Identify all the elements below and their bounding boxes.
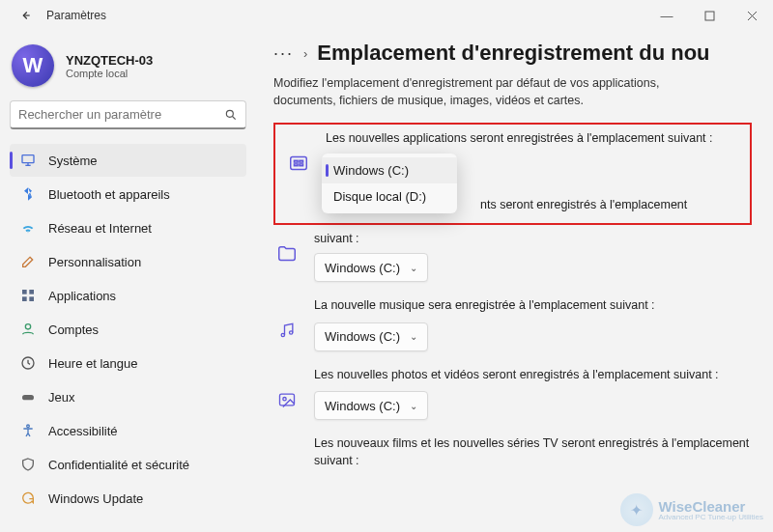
setting-label: Les nouvelles applications seront enregi… bbox=[326, 130, 740, 148]
dropdown-option-windows-c[interactable]: Windows (C:) bbox=[322, 157, 457, 183]
nav-label: Windows Update bbox=[48, 491, 143, 506]
apps-location-dropdown-menu: Windows (C:) Disque local (D:) bbox=[322, 154, 457, 213]
svg-rect-9 bbox=[22, 290, 27, 294]
titlebar: Paramètres — bbox=[0, 0, 773, 31]
wifi-icon bbox=[19, 219, 37, 237]
setting-new-music: La nouvelle musique sera enregistrée à l… bbox=[273, 297, 752, 351]
documents-location-icon bbox=[273, 240, 301, 267]
setting-label: suivant : bbox=[314, 231, 752, 248]
nav-label: Accessibilité bbox=[48, 424, 118, 438]
main-content: ··· › Emplacement d'enregistrement du no… bbox=[256, 31, 773, 532]
svg-rect-21 bbox=[300, 164, 303, 166]
nav-reseau[interactable]: Réseau et Internet bbox=[10, 211, 246, 244]
nav-bluetooth[interactable]: Bluetooth et appareils bbox=[10, 178, 246, 210]
svg-rect-19 bbox=[300, 160, 303, 162]
svg-rect-20 bbox=[294, 164, 298, 166]
setting-new-photos: Les nouvelles photos et vidéos seront en… bbox=[273, 367, 752, 421]
nav-personnalisation[interactable]: Personnalisation bbox=[10, 245, 246, 278]
minimize-button[interactable]: — bbox=[645, 0, 688, 31]
svg-point-16 bbox=[27, 425, 30, 428]
brush-icon bbox=[19, 253, 37, 270]
setting-label: Les nouvelles photos et vidéos seront en… bbox=[314, 367, 752, 384]
page-description: Modifiez l'emplacement d'enregistrement … bbox=[273, 75, 713, 109]
nav-update[interactable]: Windows Update bbox=[10, 482, 246, 515]
chevron-down-icon: ⌄ bbox=[410, 263, 417, 273]
breadcrumb: ··· › Emplacement d'enregistrement du no… bbox=[273, 41, 752, 66]
music-location-icon bbox=[273, 317, 301, 344]
setting-label: La nouvelle musique sera enregistrée à l… bbox=[314, 297, 752, 315]
clock-icon bbox=[19, 354, 37, 372]
nav-label: Personnalisation bbox=[48, 255, 141, 269]
nav-label: Réseau et Internet bbox=[48, 221, 152, 236]
nav-applications[interactable]: Applications bbox=[10, 279, 246, 312]
accessibility-icon bbox=[19, 422, 37, 439]
apps-location-icon bbox=[285, 150, 312, 177]
chevron-down-icon: ⌄ bbox=[410, 401, 417, 411]
svg-point-23 bbox=[290, 331, 293, 334]
nav-accessibilite[interactable]: Accessibilité bbox=[10, 414, 246, 447]
nav-label: Heure et langue bbox=[48, 356, 138, 371]
close-button[interactable] bbox=[730, 0, 773, 31]
svg-rect-1 bbox=[705, 12, 714, 20]
nav-comptes[interactable]: Comptes bbox=[10, 313, 246, 346]
window-title: Paramètres bbox=[46, 9, 106, 22]
gamepad-icon bbox=[19, 388, 37, 406]
system-icon bbox=[19, 152, 37, 169]
nav-jeux[interactable]: Jeux bbox=[10, 380, 246, 413]
breadcrumb-overflow[interactable]: ··· bbox=[273, 43, 294, 64]
maximize-icon bbox=[704, 11, 715, 21]
setting-new-apps: Les nouvelles applications seront enregi… bbox=[285, 130, 740, 217]
user-account-type: Compte local bbox=[66, 68, 153, 79]
nav-label: Jeux bbox=[48, 390, 74, 405]
svg-rect-18 bbox=[294, 160, 298, 162]
documents-location-select[interactable]: Windows (C:) ⌄ bbox=[314, 253, 428, 282]
svg-rect-12 bbox=[29, 296, 34, 301]
watermark: ✦ WiseCleaner Advanced PC Tune-up Utilit… bbox=[620, 493, 764, 526]
nav-list: Système Bluetooth et appareils Réseau et… bbox=[10, 143, 256, 516]
apps-icon bbox=[19, 287, 37, 304]
update-icon bbox=[19, 490, 37, 507]
maximize-button[interactable] bbox=[688, 0, 730, 31]
person-icon bbox=[19, 321, 37, 338]
nav-label: Confidentialité et sécurité bbox=[48, 458, 189, 472]
sidebar: W YNZQTECH-03 Compte local Système Bluet… bbox=[0, 31, 256, 532]
window-controls: — bbox=[645, 0, 773, 31]
nav-heure[interactable]: Heure et langue bbox=[10, 347, 246, 379]
user-name: YNZQTECH-03 bbox=[66, 53, 153, 68]
setting-label: Les nouveaux films et les nouvelles séri… bbox=[314, 435, 752, 469]
svg-point-13 bbox=[25, 324, 30, 329]
chevron-down-icon: ⌄ bbox=[410, 331, 417, 342]
search-input[interactable] bbox=[18, 107, 224, 122]
nav-label: Bluetooth et appareils bbox=[48, 187, 170, 202]
shield-icon bbox=[19, 456, 37, 473]
svg-rect-17 bbox=[291, 157, 307, 170]
highlight-annotation: Les nouvelles applications seront enregi… bbox=[273, 123, 752, 225]
svg-point-25 bbox=[283, 397, 286, 400]
nav-confidentialite[interactable]: Confidentialité et sécurité bbox=[10, 448, 246, 481]
search-box[interactable] bbox=[10, 100, 246, 129]
setting-new-tv: Les nouveaux films et les nouvelles séri… bbox=[273, 435, 752, 482]
nav-systeme[interactable]: Système bbox=[10, 144, 246, 177]
photos-location-select[interactable]: Windows (C:) ⌄ bbox=[314, 391, 428, 420]
avatar: W bbox=[12, 44, 54, 87]
setting-new-documents: suivant : Windows (C:) ⌄ bbox=[273, 231, 752, 283]
nav-label: Applications bbox=[48, 289, 116, 303]
music-location-select[interactable]: Windows (C:) ⌄ bbox=[314, 322, 428, 351]
svg-rect-6 bbox=[22, 155, 34, 163]
svg-point-4 bbox=[226, 110, 233, 117]
svg-rect-15 bbox=[22, 395, 34, 400]
docs-label-partial: nts seront enregistrés à l'emplacement bbox=[480, 198, 687, 211]
watermark-logo-icon: ✦ bbox=[620, 493, 653, 526]
dropdown-option-disque-d[interactable]: Disque local (D:) bbox=[322, 183, 457, 210]
nav-label: Système bbox=[48, 154, 98, 168]
user-profile[interactable]: W YNZQTECH-03 Compte local bbox=[10, 39, 256, 100]
watermark-tagline: Advanced PC Tune-up Utilities bbox=[659, 514, 764, 521]
svg-line-5 bbox=[233, 116, 236, 119]
svg-rect-11 bbox=[22, 296, 27, 301]
close-icon bbox=[747, 11, 758, 21]
chevron-right-icon: › bbox=[303, 46, 307, 61]
nav-label: Comptes bbox=[48, 322, 99, 337]
page-title: Emplacement d'enregistrement du nou bbox=[317, 41, 709, 66]
svg-point-22 bbox=[281, 333, 284, 336]
back-button[interactable] bbox=[12, 2, 39, 29]
